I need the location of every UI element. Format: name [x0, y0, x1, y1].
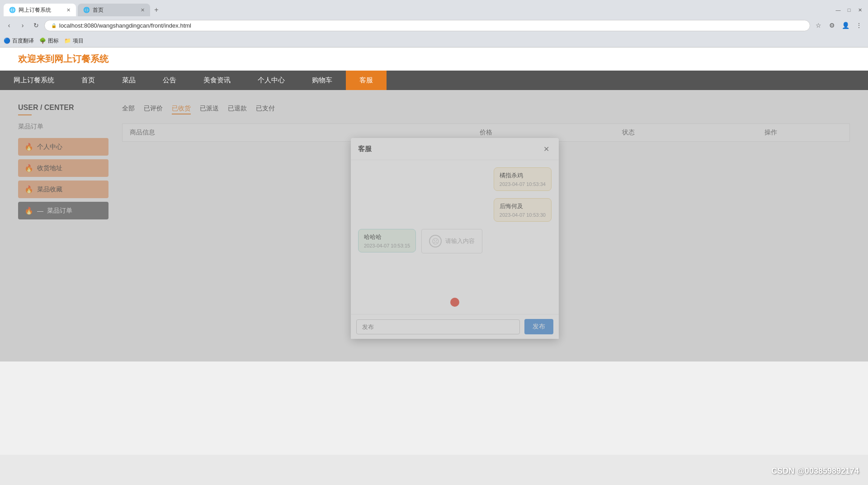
nav-label-profile: 个人中心: [258, 76, 285, 84]
bookmark-icon-1: 🔵: [4, 38, 10, 44]
url-text: localhost:8080/wangshangdingcan/front/in…: [59, 22, 191, 29]
bookmark-icon-2: 🌳: [39, 38, 46, 44]
nav-item-notice[interactable]: 公告: [149, 71, 190, 90]
browser-chrome: 🌐 网上订餐系统 ✕ 🌐 首页 ✕ + — □ ✕ ‹ › ↻ 🔒 localh…: [0, 0, 868, 48]
tab-close-1[interactable]: ✕: [66, 7, 71, 13]
nav-label-dishes: 菜品: [122, 76, 136, 84]
browser-tab-2[interactable]: 🌐 首页 ✕: [78, 4, 150, 16]
bookmark-icon-3: 📁: [64, 38, 71, 44]
refresh-button[interactable]: ↻: [31, 20, 42, 31]
tab-label-1: 网上订餐系统: [19, 6, 51, 14]
bookmark-icon-item[interactable]: 🌳 图标: [39, 37, 59, 45]
bookmark-label-1: 百度翻译: [12, 37, 34, 45]
main-content: USER / CENTER 菜品订单 🔥 个人中心 🔥 收货地址 🔥 菜品收藏 …: [0, 90, 868, 361]
browser-tabs: 🌐 网上订餐系统 ✕ 🌐 首页 ✕ + — □ ✕: [0, 0, 868, 16]
nav-label-system: 网上订餐系统: [14, 76, 54, 84]
tab-label-2: 首页: [93, 6, 104, 14]
nav-label-service: 客服: [359, 76, 373, 84]
nav-label-notice: 公告: [163, 76, 176, 84]
extensions-icon[interactable]: ⚙: [826, 20, 837, 31]
bookmarks-bar: 🔵 百度翻译 🌳 图标 📁 项目: [0, 34, 868, 47]
profile-icon[interactable]: 👤: [840, 20, 851, 31]
bookmark-icon[interactable]: ☆: [813, 20, 824, 31]
csdn-watermark: CSDN @003859892174: [771, 466, 859, 476]
menu-icon[interactable]: ⋮: [854, 20, 864, 31]
url-bar[interactable]: 🔒 localhost:8080/wangshangdingcan/front/…: [44, 20, 810, 31]
nav-item-dishes[interactable]: 菜品: [108, 71, 149, 90]
browser-tab-active[interactable]: 🌐 网上订餐系统 ✕: [4, 4, 76, 16]
nav-item-food-news[interactable]: 美食资讯: [190, 71, 244, 90]
back-button[interactable]: ‹: [4, 20, 14, 31]
page-wrapper: 欢迎来到网上订餐系统 网上订餐系统 首页 菜品 公告 美食资讯 个人中心 购物车…: [0, 48, 868, 455]
bookmark-label-2: 图标: [48, 37, 59, 45]
nav-item-service[interactable]: 客服: [346, 71, 387, 90]
bookmark-baidu[interactable]: 🔵 百度翻译: [4, 37, 34, 45]
site-header: 欢迎来到网上订餐系统: [0, 48, 868, 71]
minimize-button[interactable]: —: [834, 5, 843, 14]
lock-icon: 🔒: [51, 23, 57, 28]
bookmark-project[interactable]: 📁 项目: [64, 37, 84, 45]
nav-label-home: 首页: [81, 76, 95, 84]
new-tab-button[interactable]: +: [150, 4, 163, 16]
overlay: [0, 90, 868, 361]
maximize-button[interactable]: □: [844, 5, 854, 14]
tab-globe-icon: 🌐: [9, 7, 16, 13]
nav-label-food-news: 美食资讯: [203, 76, 231, 84]
forward-button[interactable]: ›: [17, 20, 28, 31]
close-button[interactable]: ✕: [855, 5, 864, 14]
nav-item-profile[interactable]: 个人中心: [244, 71, 298, 90]
nav-item-home-system[interactable]: 网上订餐系统: [0, 71, 68, 90]
site-nav: 网上订餐系统 首页 菜品 公告 美食资讯 个人中心 购物车 客服: [0, 71, 868, 90]
tab-close-2[interactable]: ✕: [141, 7, 145, 13]
nav-label-cart: 购物车: [312, 76, 332, 84]
nav-item-cart[interactable]: 购物车: [298, 71, 346, 90]
nav-item-home[interactable]: 首页: [68, 71, 108, 90]
address-bar-row: ‹ › ↻ 🔒 localhost:8080/wangshangdingcan/…: [0, 16, 868, 34]
site-title: 欢迎来到网上订餐系统: [18, 53, 108, 65]
tab-globe-icon-2: 🌐: [83, 7, 90, 13]
bookmark-label-3: 项目: [73, 37, 84, 45]
